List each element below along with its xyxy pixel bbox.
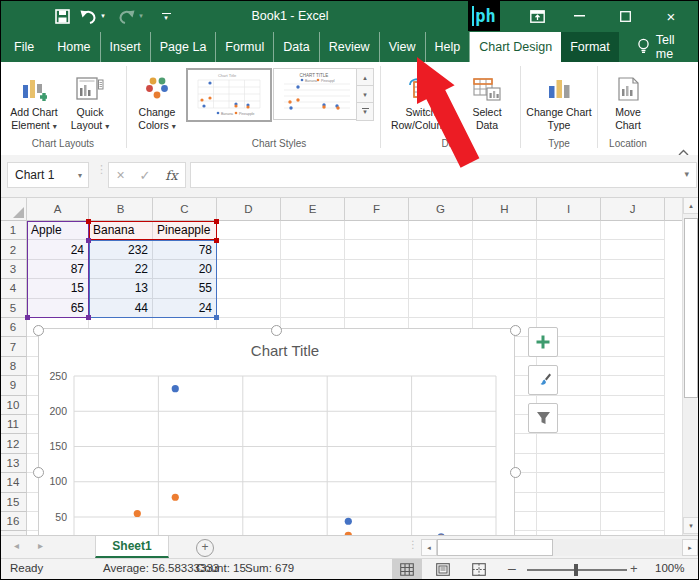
cell-J5[interactable] [601, 299, 665, 318]
tab-data[interactable]: Data [274, 32, 319, 62]
row-header-1[interactable]: 1 [0, 221, 27, 240]
cell-A5[interactable]: 65 [27, 299, 89, 318]
cell-B5[interactable]: 44 [89, 299, 153, 318]
row-header-7[interactable]: 7 [0, 337, 27, 356]
cell-J2[interactable] [601, 240, 665, 259]
row-header-11[interactable]: 11 [0, 415, 27, 434]
cell-I13[interactable] [537, 454, 601, 473]
tab-file[interactable]: File [0, 32, 48, 62]
minimize-button[interactable] [562, 0, 596, 32]
column-header-E[interactable]: E [281, 197, 345, 221]
select-data-button[interactable]: Select Data [460, 65, 514, 131]
change-colors-button[interactable]: Change Colors ▾ [130, 65, 184, 131]
data-point-banana[interactable] [172, 385, 179, 392]
cell-I16[interactable] [537, 512, 601, 531]
cell-C2[interactable]: 78 [153, 240, 217, 259]
data-point-pineapple[interactable] [134, 510, 141, 517]
cell-J8[interactable] [601, 357, 665, 376]
cell-D2[interactable] [217, 240, 281, 259]
cell-J14[interactable] [601, 473, 665, 492]
cell-E3[interactable] [281, 260, 345, 279]
column-header-D[interactable]: D [217, 197, 281, 221]
cell-I15[interactable] [537, 493, 601, 512]
cell-H5[interactable] [473, 299, 537, 318]
column-header-J[interactable]: J [601, 197, 665, 221]
cell-B2[interactable]: 232 [89, 240, 153, 259]
zoom-slider-thumb[interactable] [574, 564, 578, 576]
cell-I12[interactable] [537, 434, 601, 453]
cell-H4[interactable] [473, 279, 537, 298]
cell-F2[interactable] [345, 240, 409, 259]
red-handle[interactable] [86, 219, 91, 224]
cell-F4[interactable] [345, 279, 409, 298]
column-header-G[interactable]: G [409, 197, 473, 221]
cell-A2[interactable]: 24 [27, 240, 89, 259]
cell-I2[interactable] [537, 240, 601, 259]
page-layout-view-button[interactable] [428, 559, 458, 580]
scroll-right-icon[interactable]: ▸ [682, 539, 698, 556]
purple-handle[interactable] [86, 238, 91, 243]
cell-F3[interactable] [345, 260, 409, 279]
zoom-in-icon[interactable]: + [630, 561, 638, 576]
row-header-10[interactable]: 10 [0, 396, 27, 415]
change-chart-type-button[interactable]: Change Chart Type [526, 65, 592, 131]
cell-C5[interactable]: 24 [153, 299, 217, 318]
cell-I3[interactable] [537, 260, 601, 279]
maximize-button[interactable] [608, 0, 642, 32]
cell-J9[interactable] [601, 376, 665, 395]
cancel-icon[interactable]: × [116, 167, 124, 183]
row-header-6[interactable]: 6 [0, 318, 27, 337]
red-handle[interactable] [214, 219, 219, 224]
quick-layout-button[interactable]: Quick Layout ▾ [64, 65, 116, 131]
scatter-chart[interactable]: Chart Title25020015010050 [39, 329, 515, 535]
move-chart-button[interactable]: Move Chart [602, 65, 654, 131]
cell-B3[interactable]: 22 [89, 260, 153, 279]
cell-A3[interactable]: 87 [27, 260, 89, 279]
data-point-pineapple[interactable] [172, 494, 179, 501]
cell-G1[interactable] [409, 221, 473, 240]
row-header-12[interactable]: 12 [0, 434, 27, 453]
chart-elements-button[interactable] [528, 327, 558, 357]
close-button[interactable]: × [654, 0, 688, 32]
chart-filters-button[interactable] [528, 403, 558, 433]
name-box-dropdown-icon[interactable]: ▾ [78, 171, 82, 180]
cell-J12[interactable] [601, 434, 665, 453]
tab-insert[interactable]: Insert [101, 32, 151, 62]
cell-I1[interactable] [537, 221, 601, 240]
switch-row-column-button[interactable]: Switch Row/Column [386, 65, 456, 131]
tab-page-layout[interactable]: Page La [151, 32, 217, 62]
cell-F5[interactable] [345, 299, 409, 318]
scroll-up-icon[interactable]: ▴ [683, 197, 699, 214]
column-header-C[interactable]: C [153, 197, 217, 221]
ribbon-display-options-icon[interactable] [520, 0, 554, 32]
cell-I4[interactable] [537, 279, 601, 298]
sheet-nav-right-icon[interactable]: ▸ [38, 540, 43, 551]
cell-G4[interactable] [409, 279, 473, 298]
separator-dots[interactable]: ⋮ [96, 167, 107, 172]
tab-review[interactable]: Review [320, 32, 380, 62]
new-sheet-button[interactable]: + [196, 539, 214, 557]
horizontal-scrollbar[interactable]: ◂ ▸ [421, 539, 698, 556]
page-break-view-button[interactable] [464, 559, 494, 580]
column-header-F[interactable]: F [345, 197, 409, 221]
insert-function-icon[interactable]: fx [165, 168, 177, 183]
cell-J13[interactable] [601, 454, 665, 473]
formula-bar-expand-icon[interactable]: ▾ [684, 169, 689, 179]
cell-E2[interactable] [281, 240, 345, 259]
chart-style-thumbnail-2[interactable]: CHART TITLE BananaPineappl [273, 68, 357, 120]
zoom-out-icon[interactable]: – [508, 560, 516, 576]
cell-B1[interactable]: Banana [89, 221, 153, 240]
vertical-scrollbar[interactable]: ▴ ▾ [682, 197, 699, 535]
row-header-8[interactable]: 8 [0, 357, 27, 376]
row-header-2[interactable]: 2 [0, 240, 27, 259]
cell-D5[interactable] [217, 299, 281, 318]
row-header-13[interactable]: 13 [0, 454, 27, 473]
cell-D4[interactable] [217, 279, 281, 298]
chart-handle-top-center[interactable] [271, 325, 282, 336]
sheet-tab-sheet1[interactable]: Sheet1 [95, 536, 169, 558]
name-box[interactable]: Chart 1 ▾ [7, 162, 89, 188]
cell-C1[interactable]: Pineapple [153, 221, 217, 240]
cell-D1[interactable] [217, 221, 281, 240]
column-header-A[interactable]: A [27, 197, 89, 221]
chart-handle-top-right[interactable] [510, 325, 521, 336]
